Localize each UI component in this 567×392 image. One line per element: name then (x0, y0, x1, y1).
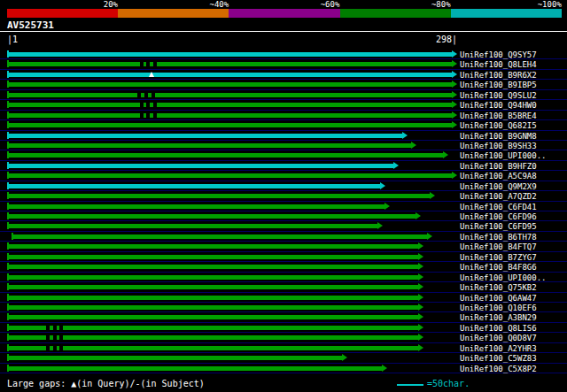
alignment-bar[interactable] (7, 346, 419, 350)
subject-label[interactable]: UniRef100_B6TH78 (460, 233, 537, 242)
subject-label[interactable]: UniRef100_B9R6X2 (460, 71, 537, 80)
subject-gap-mark (46, 335, 50, 340)
subject-label[interactable]: UniRef100_B9SH33 (460, 142, 537, 150)
alignment-bar[interactable] (7, 73, 453, 77)
subject-label[interactable]: UniRef100_Q0D8V7 (460, 334, 537, 342)
alignment-bar[interactable] (7, 194, 431, 198)
subject-label[interactable]: UniRef100_B9HFZ0 (460, 162, 537, 171)
bar-arrowhead-icon (452, 81, 457, 88)
scale-label: ~80% (340, 0, 454, 9)
alignment-bar[interactable] (7, 315, 419, 319)
scale-label: ~100% (451, 0, 565, 9)
alignment-row: UniRef100_B9GNM8 (0, 131, 567, 141)
alignment-row: UniRef100_Q9M2X9 (0, 181, 567, 191)
alignment-bar[interactable] (7, 173, 453, 178)
subject-label[interactable]: UniRef100_B5BRE4 (460, 111, 537, 120)
subject-label[interactable]: UniRef100_C6FD41 (460, 203, 537, 211)
alignment-bar[interactable] (7, 164, 394, 168)
alignment-bar[interactable] (7, 244, 419, 249)
alignment-row: UniRef100_UPI000.. (0, 273, 567, 282)
alignment-bar[interactable] (7, 214, 416, 219)
bar-arrowhead-icon (418, 242, 423, 250)
alignment-bar[interactable] (7, 153, 444, 158)
subject-label[interactable]: UniRef100_Q94HW0 (460, 101, 537, 110)
scale-segment (451, 9, 562, 18)
subject-gap-mark (146, 113, 150, 118)
alignment-bar[interactable] (7, 356, 343, 360)
alignment-row: UniRef100_B9R6X2 (0, 70, 567, 80)
subject-label[interactable]: UniRef100_Q9M2X9 (460, 182, 537, 191)
subject-label[interactable]: UniRef100_Q6AW47 (460, 294, 537, 303)
alignment-bar[interactable] (7, 93, 453, 97)
bar-arrowhead-icon (393, 162, 399, 169)
scale-label: 20% (7, 0, 121, 9)
bar-arrowhead-icon (418, 283, 423, 290)
subject-label[interactable]: UniRef100_C5X8P2 (460, 365, 537, 373)
subject-label[interactable]: UniRef100_Q682I5 (460, 121, 537, 130)
alignment-bar[interactable] (7, 305, 419, 310)
alignment-bar[interactable] (7, 204, 385, 209)
ruler: |1 298| (7, 35, 457, 46)
subject-label[interactable]: UniRef100_Q8LEH4 (460, 60, 537, 69)
alignment-bar[interactable] (7, 143, 412, 148)
subject-gap-mark (53, 346, 57, 350)
subject-gap-mark (153, 103, 157, 107)
subject-label[interactable]: UniRef100_UPI000.. (460, 273, 547, 282)
alignment-bar[interactable] (7, 113, 453, 118)
subject-gap-mark (140, 103, 144, 107)
subject-label[interactable]: UniRef100_B4FTQ7 (460, 242, 537, 251)
subject-gap-mark (46, 326, 50, 330)
alignment-bar[interactable] (7, 103, 453, 107)
scalebar-line-icon (397, 384, 423, 386)
alignment-bar[interactable] (7, 184, 381, 188)
ruler-start-label: |1 (7, 35, 18, 44)
alignment-bar[interactable] (7, 366, 383, 371)
alignment-bar[interactable] (7, 285, 419, 289)
subject-label[interactable]: UniRef100_Q8LIS6 (460, 324, 537, 333)
alignment-bar[interactable] (7, 326, 419, 330)
alignment-bar[interactable] (12, 234, 428, 239)
subject-label[interactable]: UniRef100_Q10EF6 (460, 304, 537, 312)
subject-label[interactable]: UniRef100_Q9SLU2 (460, 91, 537, 100)
alignment-bar[interactable] (7, 296, 419, 300)
alignment-bar[interactable] (7, 265, 419, 269)
bar-arrowhead-icon (418, 294, 423, 301)
bar-arrowhead-icon (452, 172, 457, 179)
alignment-bar[interactable] (7, 275, 419, 280)
alignment-row: UniRef100_B9IBP5 (0, 80, 567, 89)
alignment-bar[interactable] (7, 335, 419, 340)
subject-label[interactable]: UniRef100_C6FD96 (460, 212, 537, 221)
subject-label[interactable]: UniRef100_A2YHR3 (460, 344, 537, 353)
alignment-rows: UniRef100_Q9SY57UniRef100_Q8LEH4UniRef10… (0, 50, 567, 373)
subject-label[interactable]: UniRef100_B7ZYG7 (460, 253, 537, 262)
subject-label[interactable]: UniRef100_UPI000.. (460, 151, 547, 160)
bar-arrowhead-icon (452, 50, 457, 58)
subject-gap-mark (59, 346, 63, 350)
subject-label[interactable]: UniRef100_Q75KB2 (460, 283, 537, 292)
subject-label[interactable]: UniRef100_C6FD95 (460, 222, 537, 231)
alignment-bar[interactable] (7, 123, 453, 127)
subject-label[interactable]: UniRef100_B9GNM8 (460, 132, 537, 141)
subject-gap-mark (153, 113, 157, 118)
subject-label[interactable]: UniRef100_B4F8G6 (460, 263, 537, 272)
subject-label[interactable]: UniRef100_Q9SY57 (460, 50, 537, 59)
subject-label[interactable]: UniRef100_B9IBP5 (460, 81, 537, 89)
bar-arrowhead-icon (427, 233, 432, 240)
subject-label[interactable]: UniRef100_A5C9A8 (460, 172, 537, 181)
subject-gap-mark (151, 93, 155, 97)
alignment-row: UniRef100_A2YHR3 (0, 343, 567, 353)
alignment-bar[interactable] (7, 134, 403, 138)
alignment-bar[interactable] (7, 82, 453, 87)
alignment-row: UniRef100_B4FTQ7 (0, 242, 567, 251)
bar-arrowhead-icon (416, 212, 421, 219)
bar-arrowhead-icon (377, 222, 383, 229)
alignment-bar[interactable] (7, 224, 378, 228)
alignment-bar[interactable] (7, 52, 453, 57)
bar-arrowhead-icon (418, 334, 423, 341)
alignment-bar[interactable] (7, 62, 453, 66)
subject-label[interactable]: UniRef100_C5WZ83 (460, 354, 537, 363)
subject-label[interactable]: UniRef100_A7QZD2 (460, 192, 537, 201)
alignment-row: UniRef100_Q9SY57 (0, 50, 567, 59)
alignment-bar[interactable] (7, 255, 419, 259)
subject-label[interactable]: UniRef100_A3BN29 (460, 313, 537, 322)
